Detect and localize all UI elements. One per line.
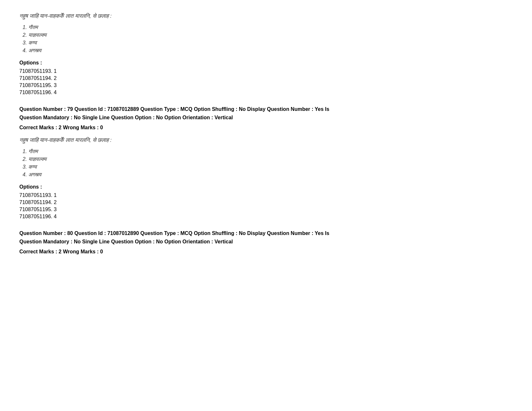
q79-opt-val-3: 71087051195. 3 — [19, 207, 513, 212]
q79-question-text: नहुष जाहि यान-वाहककेँ लात मारलनि, से छला… — [19, 137, 513, 143]
top-option-1: 1. गौतम — [23, 24, 513, 30]
q79-answer-options: 1. गौतम 2. याज्ञवल्क्य 3. कण्व 4. अगस्त्… — [23, 149, 513, 178]
top-question-text: नहुष जाहि यान-वाहककेँ लात मारलनि, से छला… — [19, 13, 513, 19]
q80-block: Question Number : 80 Question Id : 71087… — [19, 229, 513, 255]
top-option-4: 4. अगस्त्य — [23, 48, 513, 54]
top-opt-val-1: 71087051193. 1 — [19, 68, 513, 74]
q80-meta-line1: Question Number : 80 Question Id : 71087… — [19, 230, 329, 236]
q79-meta-line2: Question Mandatory : No Single Line Ques… — [19, 115, 233, 120]
q79-option-3: 3. कण्व — [23, 164, 513, 170]
q79-meta: Question Number : 79 Question Id : 71087… — [19, 105, 513, 122]
q79-option-values: 71087051193. 1 71087051194. 2 7108705119… — [19, 192, 513, 220]
q79-opt-val-4: 71087051196. 4 — [19, 214, 513, 220]
q80-meta: Question Number : 80 Question Id : 71087… — [19, 229, 513, 246]
top-option-2: 2. याज्ञवल्क्य — [23, 32, 513, 38]
top-opt-val-2: 71087051194. 2 — [19, 75, 513, 81]
q79-correct-marks: Correct Marks : 2 Wrong Marks : 0 — [19, 125, 513, 131]
top-option-3: 3. कण्व — [23, 40, 513, 46]
q79-block: Question Number : 79 Question Id : 71087… — [19, 105, 513, 220]
q79-opt-val-1: 71087051193. 1 — [19, 192, 513, 198]
q79-opt-val-2: 71087051194. 2 — [19, 200, 513, 205]
top-question-block: नहुष जाहि यान-वाहककेँ लात मारलनि, से छला… — [19, 13, 513, 95]
top-options-label: Options : — [19, 60, 513, 66]
q79-options-label: Options : — [19, 184, 513, 190]
q80-meta-line2: Question Mandatory : No Single Line Ques… — [19, 239, 233, 244]
top-answer-options: 1. गौतम 2. याज्ञवल्क्य 3. कण्व 4. अगस्त्… — [23, 24, 513, 54]
q79-option-4: 4. अगस्त्य — [23, 172, 513, 178]
q80-correct-marks: Correct Marks : 2 Wrong Marks : 0 — [19, 249, 513, 255]
q79-meta-line1: Question Number : 79 Question Id : 71087… — [19, 106, 329, 112]
top-opt-val-4: 71087051196. 4 — [19, 90, 513, 95]
q79-option-1: 1. गौतम — [23, 149, 513, 154]
q79-option-2: 2. याज्ञवल्क्य — [23, 156, 513, 162]
top-opt-val-3: 71087051195. 3 — [19, 83, 513, 88]
top-option-values: 71087051193. 1 71087051194. 2 7108705119… — [19, 68, 513, 95]
